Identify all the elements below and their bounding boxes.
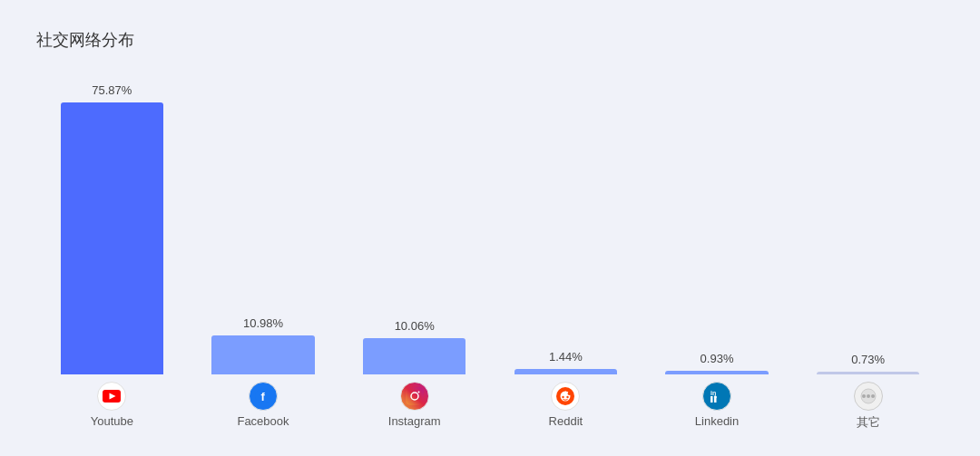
bar-value-linkedin: 0.93% [701, 352, 734, 365]
bar-linkedin [665, 371, 768, 374]
other-icon [854, 382, 883, 411]
bar-value-youtube: 75.87% [92, 83, 132, 97]
chart-area: 75.87% Youtube 10.98% f Face [36, 73, 944, 438]
bar-footer-facebook: f Facebook [237, 382, 289, 438]
svg-point-21 [862, 394, 866, 398]
bar-group-linkedin: 0.93% in Linkedin [642, 73, 793, 438]
bar-instagram [363, 338, 466, 374]
bar-group-instagram: 10.06% [338, 73, 490, 438]
bar-label-other: 其它 [857, 414, 880, 431]
bar-footer-youtube: Youtube [91, 382, 133, 438]
instagram-icon [400, 382, 429, 411]
bar-label-reddit: Reddit [549, 414, 583, 428]
svg-point-10 [567, 396, 569, 398]
bar-footer-other: 其它 [854, 382, 883, 438]
bar-reddit [514, 369, 617, 374]
svg-point-18 [714, 395, 716, 397]
bar-wrapper-other: 0.73% [792, 73, 944, 374]
bar-label-youtube: Youtube [91, 414, 133, 428]
bar-wrapper-instagram: 10.06% [338, 73, 490, 374]
bar-youtube [61, 102, 163, 374]
bar-value-facebook: 10.98% [243, 316, 283, 330]
svg-point-22 [871, 394, 875, 398]
bar-value-instagram: 10.06% [395, 319, 435, 333]
bar-group-youtube: 75.87% Youtube [36, 73, 188, 438]
svg-point-20 [867, 394, 870, 398]
svg-text:in: in [710, 390, 716, 396]
facebook-icon: f [249, 382, 278, 411]
bar-value-reddit: 1.44% [549, 350, 583, 364]
chart-title: 社交网络分布 [36, 29, 944, 51]
bar-label-instagram: Instagram [388, 414, 441, 428]
bar-wrapper-youtube: 75.87% [36, 73, 188, 374]
bar-wrapper-facebook: 10.98% [188, 73, 339, 374]
bar-label-linkedin: Linkedin [695, 414, 739, 428]
bar-group-other: 0.73% 其它 [792, 73, 944, 438]
bar-label-facebook: Facebook [237, 414, 289, 428]
bar-group-facebook: 10.98% f Facebook [188, 73, 339, 438]
svg-rect-4 [406, 387, 424, 405]
linkedin-icon: in [702, 382, 731, 411]
bar-footer-instagram: Instagram [388, 382, 441, 438]
svg-point-6 [417, 392, 419, 393]
bar-footer-reddit: Reddit [549, 382, 583, 438]
youtube-icon [97, 382, 126, 411]
bar-value-other: 0.73% [851, 353, 885, 366]
bar-footer-linkedin: in Linkedin [695, 382, 739, 438]
svg-text:f: f [261, 390, 266, 403]
reddit-icon [551, 382, 580, 411]
bar-facebook [211, 335, 314, 374]
svg-rect-15 [710, 396, 713, 403]
bar-wrapper-linkedin: 0.93% [642, 73, 793, 374]
bar-group-reddit: 1.44% Reddit [490, 73, 642, 438]
bar-other [817, 372, 919, 374]
svg-point-9 [563, 396, 564, 398]
bar-wrapper-reddit: 1.44% [490, 73, 642, 374]
chart-container: 社交网络分布 75.87% Youtube 10.98% [0, 0, 980, 456]
